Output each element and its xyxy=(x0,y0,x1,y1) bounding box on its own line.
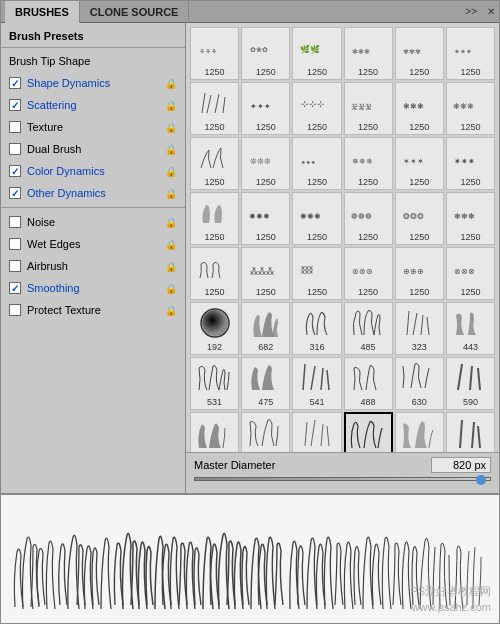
table-row[interactable]: 488 xyxy=(344,357,393,410)
table-row[interactable]: 531 xyxy=(190,357,239,410)
smoothing-checkbox[interactable]: ✓ xyxy=(9,282,21,294)
airbrush-checkbox[interactable] xyxy=(9,260,21,272)
table-row[interactable]: 514 xyxy=(190,412,239,452)
protect-texture-option[interactable]: Protect Texture 🔒 xyxy=(1,299,185,321)
scattering-option[interactable]: ✓ Scattering 🔒 xyxy=(1,94,185,116)
svg-text:⊛⊛⊛: ⊛⊛⊛ xyxy=(352,267,373,276)
svg-text:✾✾✾: ✾✾✾ xyxy=(403,48,421,55)
table-row[interactable]: ✿❀✿ 1250 xyxy=(241,27,290,80)
table-row[interactable]: ⁑⁑⁑ 1250 xyxy=(292,247,341,300)
table-row[interactable]: ✵✵✵ 1250 xyxy=(344,137,393,190)
table-row[interactable]: 1250 xyxy=(190,192,239,245)
tab-arrows[interactable]: >> ✕ xyxy=(465,6,495,17)
noise-checkbox[interactable] xyxy=(9,216,21,228)
dual-brush-option[interactable]: Dual Brush 🔒 xyxy=(1,138,185,160)
table-row[interactable]: 316 xyxy=(292,302,341,355)
wet-edges-checkbox[interactable] xyxy=(9,238,21,250)
table-row[interactable]: 1250 xyxy=(190,247,239,300)
table-row[interactable]: 🌿🌿 1250 xyxy=(292,27,341,80)
table-row[interactable]: ✦✦✦ 1250 xyxy=(241,82,290,135)
brushes-panel: BRUSHES CLONE SOURCE >> ✕ Brush Presets … xyxy=(0,0,500,624)
svg-text:✹✹✹: ✹✹✹ xyxy=(249,212,270,221)
table-row[interactable]: 192 xyxy=(190,302,239,355)
shape-dynamics-option[interactable]: ✓ Shape Dynamics 🔒 xyxy=(1,72,185,94)
svg-line-6 xyxy=(202,93,205,113)
brush-presets-header[interactable]: Brush Presets xyxy=(1,27,185,45)
color-dynamics-option[interactable]: ✓ Color Dynamics 🔒 xyxy=(1,160,185,182)
table-row[interactable]: 1053 xyxy=(395,412,444,452)
master-diameter-value: 820 px xyxy=(431,457,491,473)
table-row[interactable]: ❂❂❂ 1250 xyxy=(395,192,444,245)
texture-lock: 🔒 xyxy=(165,122,177,133)
shape-dynamics-checkbox[interactable]: ✓ xyxy=(9,77,21,89)
table-row[interactable]: ✹✹✹ 1250 xyxy=(241,192,290,245)
other-dynamics-checkbox[interactable]: ✓ xyxy=(9,187,21,199)
svg-line-35 xyxy=(427,317,429,335)
table-row[interactable]: 475 xyxy=(241,357,290,410)
table-row[interactable]: 1250 xyxy=(190,82,239,135)
brush-tip-shape-option[interactable]: Brush Tip Shape xyxy=(1,50,185,72)
svg-line-9 xyxy=(223,97,225,113)
svg-line-37 xyxy=(311,366,315,390)
diameter-slider[interactable] xyxy=(194,477,491,489)
table-row[interactable]: ⊕⊕⊕ 1250 xyxy=(395,247,444,300)
svg-text:⊕⊕⊕: ⊕⊕⊕ xyxy=(403,267,424,276)
table-row[interactable]: ✷✷✷ 1250 xyxy=(446,137,495,190)
texture-checkbox[interactable] xyxy=(9,121,21,133)
table-row[interactable]: 630 xyxy=(395,357,444,410)
table-row[interactable]: ⚘⚘⚘ 1250 xyxy=(190,27,239,80)
table-row[interactable]: 210 xyxy=(446,412,495,452)
wet-edges-lock: 🔒 xyxy=(165,239,177,250)
panel-close-button[interactable]: ✕ xyxy=(487,6,495,17)
dual-brush-checkbox[interactable] xyxy=(9,143,21,155)
table-row[interactable]: ✾✾✾ 1250 xyxy=(395,27,444,80)
airbrush-option[interactable]: Airbrush 🔒 xyxy=(1,255,185,277)
texture-option[interactable]: Texture 🔒 xyxy=(1,116,185,138)
left-panel: Brush Presets Brush Tip Shape ✓ Shape Dy… xyxy=(1,23,186,493)
table-row[interactable]: 443 xyxy=(446,302,495,355)
table-row[interactable]: ⁕⁕⁕ 1250 xyxy=(446,27,495,80)
scattering-checkbox[interactable]: ✓ xyxy=(9,99,21,111)
svg-line-46 xyxy=(327,426,329,446)
protect-texture-checkbox[interactable] xyxy=(9,304,21,316)
table-row[interactable]: ❁❁❁ 1250 xyxy=(344,192,393,245)
table-row[interactable]: ❃❃❃ 1250 xyxy=(446,192,495,245)
wet-edges-option[interactable]: Wet Edges 🔒 xyxy=(1,233,185,255)
svg-text:✦✦✦: ✦✦✦ xyxy=(250,102,271,111)
table-row[interactable]: 541 xyxy=(292,357,341,410)
tab-clone-source[interactable]: CLONE SOURCE xyxy=(80,1,190,23)
table-row[interactable]: 485 xyxy=(344,302,393,355)
master-diameter-section: Master Diameter 820 px xyxy=(186,452,499,493)
brush-grid-container[interactable]: ⚘⚘⚘ 1250 ✿❀✿ 1250 🌿🌿 1250 ❃❃❃ 1250 xyxy=(186,23,499,452)
slider-thumb[interactable] xyxy=(476,475,486,485)
table-row[interactable]: 542 xyxy=(241,412,290,452)
table-row[interactable]: ❃❃❃ 1250 xyxy=(344,27,393,80)
table-row[interactable]: 225 xyxy=(292,412,341,452)
svg-text:✱✱✱: ✱✱✱ xyxy=(403,102,424,111)
table-row[interactable]: ❊❊❊ 1250 xyxy=(241,137,290,190)
table-row[interactable]: 682 xyxy=(241,302,290,355)
table-row[interactable]: ⁂⁂⁂ 1250 xyxy=(241,247,290,300)
table-row[interactable]: ⊛⊛⊛ 1250 xyxy=(344,247,393,300)
table-row[interactable]: ❋❋❋ 1250 xyxy=(446,82,495,135)
svg-line-7 xyxy=(207,95,211,113)
svg-line-45 xyxy=(321,424,323,446)
table-row[interactable]: ꘎꘎꘎ 1250 xyxy=(292,137,341,190)
svg-line-44 xyxy=(311,420,315,446)
table-row[interactable]: ✶✶✶ 1250 xyxy=(395,137,444,190)
table-row[interactable]: 323 xyxy=(395,302,444,355)
table-row[interactable]: 꽃꽃꽃 1250 xyxy=(344,82,393,135)
table-row[interactable]: 590 xyxy=(446,357,495,410)
table-row[interactable]: ✺✺✺ 1250 xyxy=(292,192,341,245)
smoothing-lock: 🔒 xyxy=(165,283,177,294)
table-row[interactable]: ⊹⊹⊹ 1250 xyxy=(292,82,341,135)
tab-brushes[interactable]: BRUSHES xyxy=(5,1,80,23)
other-dynamics-option[interactable]: ✓ Other Dynamics 🔒 xyxy=(1,182,185,204)
table-row[interactable]: 820 xyxy=(344,412,393,452)
table-row[interactable]: ✱✱✱ 1250 xyxy=(395,82,444,135)
noise-option[interactable]: Noise 🔒 xyxy=(1,211,185,233)
smoothing-option[interactable]: ✓ Smoothing 🔒 xyxy=(1,277,185,299)
table-row[interactable]: ⊗⊗⊗ 1250 xyxy=(446,247,495,300)
table-row[interactable]: 1250 xyxy=(190,137,239,190)
color-dynamics-checkbox[interactable]: ✓ xyxy=(9,165,21,177)
